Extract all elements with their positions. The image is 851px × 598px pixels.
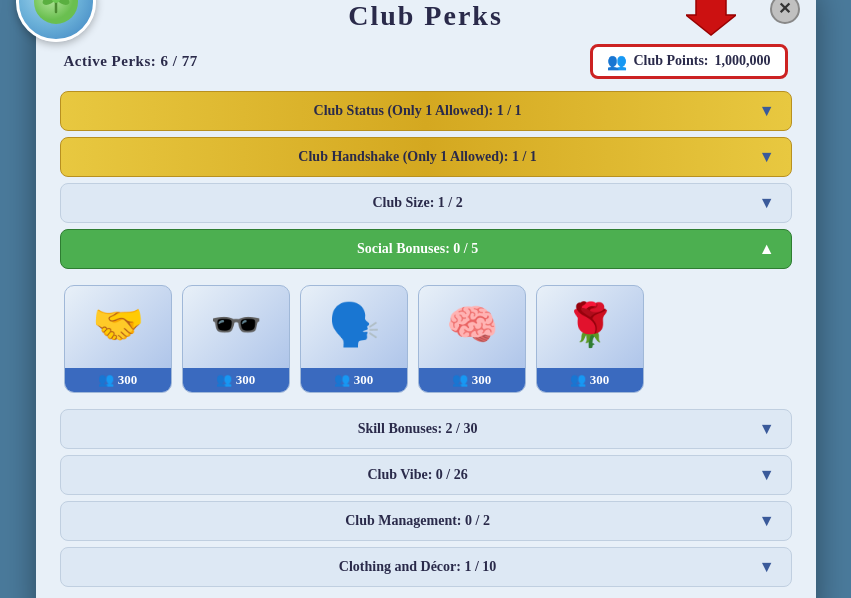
section-club-handshake[interactable]: Club Handshake (Only 1 Allowed): 1 / 1 ▼ [60, 137, 792, 177]
section-social-bonuses[interactable]: Social Bonuses: 0 / 5 ▲ [60, 229, 792, 269]
section-club-management-label: Club Management: 0 / 2 [77, 513, 759, 529]
section-skill-bonuses[interactable]: Skill Bonuses: 2 / 30 ▼ [60, 409, 792, 449]
section-skill-bonuses-label: Skill Bonuses: 2 / 30 [77, 421, 759, 437]
section-club-status[interactable]: Club Status (Only 1 Allowed): 1 / 1 ▼ [60, 91, 792, 131]
section-club-size[interactable]: Club Size: 1 / 2 ▼ [60, 183, 792, 223]
perks-grid: 🤝 👥 300 🕶️ 👥 300 🗣️ [60, 275, 792, 403]
section-social-bonuses-label: Social Bonuses: 0 / 5 [77, 241, 759, 257]
perk-shout-cost: 👥 300 [301, 368, 407, 392]
club-points-label: Club Points: [633, 53, 708, 69]
handshake-emoji: 🤝 [92, 300, 144, 349]
section-clothing-decor[interactable]: Clothing and Décor: 1 / 10 ▼ [60, 547, 792, 587]
active-perks: Active Perks: 6 / 77 [64, 52, 198, 70]
perk-brain[interactable]: 🧠 👥 300 [418, 285, 526, 393]
glasses-emoji: 🕶️ [210, 300, 262, 349]
perk-shout[interactable]: 🗣️ 👥 300 [300, 285, 408, 393]
brain-emoji: 🧠 [446, 300, 498, 349]
section-club-vibe-label: Club Vibe: 0 / 26 [77, 467, 759, 483]
section-club-size-label: Club Size: 1 / 2 [77, 195, 759, 211]
perk-handshake-cost: 👥 300 [65, 368, 171, 392]
arrow-indicator [686, 0, 736, 44]
modal-body: Active Perks: 6 / 77 👥 Club Points: 1,00… [36, 44, 816, 587]
chevron-social-bonuses: ▲ [759, 240, 775, 258]
perk-rose-cost: 👥 300 [537, 368, 643, 392]
perk-handshake-image: 🤝 [65, 286, 171, 364]
section-clothing-decor-label: Clothing and Décor: 1 / 10 [77, 559, 759, 575]
club-points-value: 1,000,000 [715, 53, 771, 69]
modal-title: Club Perks [348, 0, 503, 32]
people-icon-perk5: 👥 [570, 372, 586, 388]
shout-emoji: 🗣️ [328, 300, 380, 349]
chevron-club-management: ▼ [759, 512, 775, 530]
svg-marker-5 [686, 0, 736, 35]
section-club-status-label: Club Status (Only 1 Allowed): 1 / 1 [77, 103, 759, 119]
perk-glasses-cost: 👥 300 [183, 368, 289, 392]
people-icon-perk4: 👥 [452, 372, 468, 388]
club-points-badge: 👥 Club Points: 1,000,000 [590, 44, 787, 79]
stats-bar: Active Perks: 6 / 77 👥 Club Points: 1,00… [60, 44, 792, 79]
modal-header: Club Perks ✕ [36, 0, 816, 44]
chevron-skill-bonuses: ▼ [759, 420, 775, 438]
chevron-club-size: ▼ [759, 194, 775, 212]
perk-glasses-image: 🕶️ [183, 286, 289, 364]
perk-handshake[interactable]: 🤝 👥 300 [64, 285, 172, 393]
people-icon-perk1: 👥 [98, 372, 114, 388]
people-icon: 👥 [607, 52, 627, 71]
active-perks-label: Active Perks: 6 / 77 [64, 53, 198, 69]
perk-rose-image: 🌹 [537, 286, 643, 364]
perk-brain-image: 🧠 [419, 286, 525, 364]
chevron-clothing-decor: ▼ [759, 558, 775, 576]
people-icon-perk2: 👥 [216, 372, 232, 388]
perk-brain-cost: 👥 300 [419, 368, 525, 392]
close-button[interactable]: ✕ [770, 0, 800, 24]
rose-emoji: 🌹 [564, 300, 616, 349]
perk-shout-image: 🗣️ [301, 286, 407, 364]
club-perks-modal: Club Perks ✕ Active Perks: 6 / 77 👥 Club… [36, 0, 816, 598]
perk-glasses[interactable]: 🕶️ 👥 300 [182, 285, 290, 393]
section-club-handshake-label: Club Handshake (Only 1 Allowed): 1 / 1 [77, 149, 759, 165]
people-icon-perk3: 👥 [334, 372, 350, 388]
chevron-club-handshake: ▼ [759, 148, 775, 166]
perk-rose[interactable]: 🌹 👥 300 [536, 285, 644, 393]
section-club-management[interactable]: Club Management: 0 / 2 ▼ [60, 501, 792, 541]
chevron-club-vibe: ▼ [759, 466, 775, 484]
section-club-vibe[interactable]: Club Vibe: 0 / 26 ▼ [60, 455, 792, 495]
chevron-club-status: ▼ [759, 102, 775, 120]
